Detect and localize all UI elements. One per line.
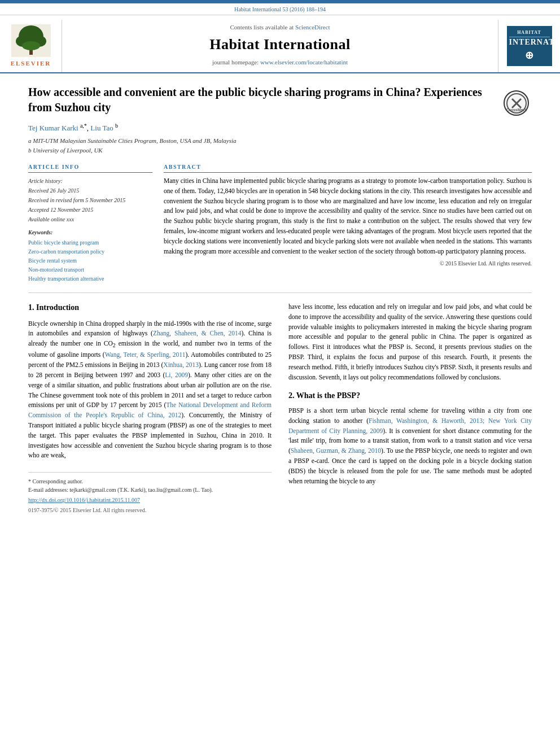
abstract-text: Many cities in China have implemented pu… <box>164 176 532 257</box>
main-content-columns: 1. Introduction Bicycle ownership in Chi… <box>28 302 532 514</box>
affiliations: a MIT-UTM Malaysian Sustainable Cities P… <box>28 136 532 155</box>
svg-text:CrossMark: CrossMark <box>506 108 527 112</box>
doi-link[interactable]: http://dx.doi.org/10.1016/j.habitatint.2… <box>28 496 272 504</box>
intro-left-col: 1. Introduction Bicycle ownership in Chi… <box>28 302 272 514</box>
keyword-5[interactable]: Healthy transportation alternative <box>28 274 152 283</box>
paper-container: How accessible and convenient are the pu… <box>0 73 560 526</box>
keyword-3[interactable]: Bicycle rental system <box>28 256 152 265</box>
section2-para1: PBSP is a short term urban bicycle renta… <box>288 406 532 487</box>
article-info-label: ARTICLE INFO <box>28 163 152 173</box>
svg-point-5 <box>22 41 40 50</box>
authors-line: Tej Kumar Karki a,*, Liu Tao b <box>28 122 532 134</box>
citation-text: Habitat International 53 (2016) 188–194 <box>234 6 326 12</box>
history-label: Article history: <box>28 176 152 186</box>
footnote-area: * Corresponding author. E-mail addresses… <box>28 472 272 514</box>
affil-b: b University of Liverpool, UK <box>28 146 532 155</box>
section-divider <box>28 292 532 293</box>
journal-center: Contents lists available at ScienceDirec… <box>62 20 498 72</box>
abstract-label: ABSTRACT <box>164 163 532 173</box>
paper-title: How accessible and convenient are the pu… <box>28 85 532 115</box>
journal-homepage: journal homepage: www.elsevier.com/locat… <box>212 58 348 67</box>
keyword-4[interactable]: Non-motorized transport <box>28 265 152 274</box>
section2-heading: 2. What is the PBSP? <box>288 390 532 401</box>
ref-fishman[interactable]: Fishman, Washington, & Haworth, 2013; Ne… <box>288 417 532 434</box>
accepted-date: Accepted 12 November 2015 <box>28 205 152 215</box>
ref-li[interactable]: Li, 2009 <box>165 372 188 378</box>
science-direct-link[interactable]: ScienceDirect <box>295 24 330 30</box>
elsevier-text: ELSEVIER <box>11 59 51 68</box>
elsevier-logo: ELSEVIER <box>0 20 62 72</box>
science-direct-line: Contents lists available at ScienceDirec… <box>230 23 330 32</box>
keyword-2[interactable]: Zero-carbon transportation policy <box>28 247 152 256</box>
crossmark: CrossMark <box>501 88 532 119</box>
intro-para1: Bicycle ownership in China dropped sharp… <box>28 319 272 461</box>
revised-date: Received in revised form 5 November 2015 <box>28 195 152 205</box>
email-note: E-mail addresses: tejkarki@gmail.com (T.… <box>28 486 272 494</box>
corresponding-note: * Corresponding author. <box>28 477 272 486</box>
citation-bar: Habitat International 53 (2016) 188–194 <box>0 3 560 15</box>
keywords-section: Keywords: Public bicycle sharing program… <box>28 229 152 283</box>
ref-wang[interactable]: Wang, Teter, & Sperling, 2011 <box>105 351 186 358</box>
keywords-label: Keywords: <box>28 229 152 237</box>
habitat-logo: HABITAT INTERNATIONAL ⊕ <box>498 20 560 72</box>
abstract-panel: ABSTRACT Many cities in China have imple… <box>164 163 532 283</box>
intro-heading: 1. Introduction <box>28 302 272 313</box>
author-tej[interactable]: Tej Kumar Karki <box>28 124 78 133</box>
available-date: Available online xxx <box>28 215 152 224</box>
ref-shaheen[interactable]: Shaheen, Guzman, & Zhang, 2010 <box>291 447 381 454</box>
keyword-1[interactable]: Public bicycle sharing program <box>28 238 152 247</box>
article-info-panel: ARTICLE INFO Article history: Received 2… <box>28 163 152 283</box>
intro-right-col: have less income, less education and rel… <box>288 302 532 514</box>
abstract-copyright: © 2015 Elsevier Ltd. All rights reserved… <box>164 260 532 268</box>
ref-zhang[interactable]: Zhang, Shaheen, & Chen, 2014 <box>153 330 242 337</box>
article-body-columns: ARTICLE INFO Article history: Received 2… <box>28 163 532 283</box>
journal-header: ELSEVIER Contents lists available at Sci… <box>0 15 560 73</box>
article-history: Article history: Received 26 July 2015 R… <box>28 176 152 224</box>
ref-xinhua[interactable]: Xinhua, 2013 <box>163 361 199 368</box>
journal-title: Habitat International <box>209 34 351 55</box>
affil-a: a MIT-UTM Malaysian Sustainable Cities P… <box>28 136 532 146</box>
ref-ndrc[interactable]: The National Development and Reform Comm… <box>28 401 272 418</box>
habitat-badge: HABITAT INTERNATIONAL ⊕ <box>507 26 552 66</box>
footer-copyright: 0197-3975/© 2015 Elsevier Ltd. All right… <box>28 506 272 514</box>
intro-right-para1: have less income, less education and rel… <box>288 302 532 383</box>
crossmark-icon: CrossMark <box>506 93 527 113</box>
received-date: Received 26 July 2015 <box>28 186 152 195</box>
author-liu[interactable]: Liu Tao <box>90 124 113 133</box>
homepage-link[interactable]: www.elsevier.com/locate/habitatint <box>260 59 348 65</box>
elsevier-tree-icon <box>11 24 51 57</box>
